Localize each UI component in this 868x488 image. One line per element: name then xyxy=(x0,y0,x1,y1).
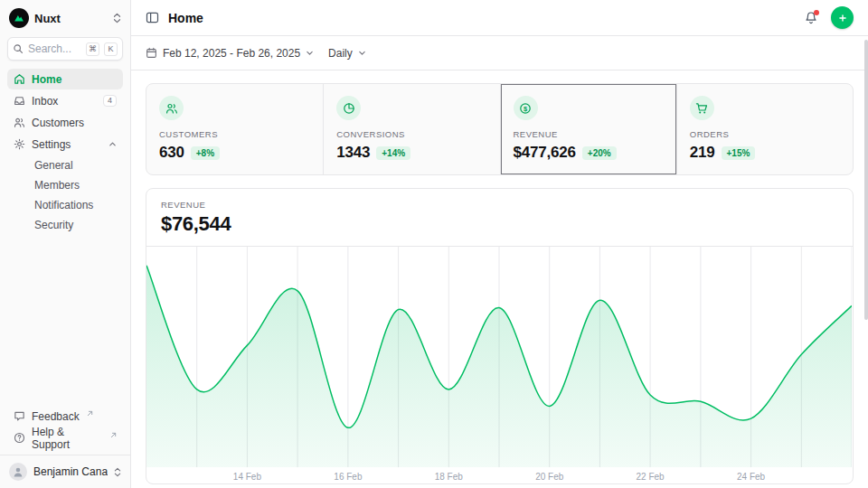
sidebar-item-help-support[interactable]: Help & Support xyxy=(7,427,123,448)
app-window: Nuxt Search... ⌘ K Home xyxy=(0,0,868,488)
stat-delta-badge: +20% xyxy=(582,146,617,160)
date-range-label: Feb 12, 2025 - Feb 26, 2025 xyxy=(163,47,300,60)
sidebar-item-label: Feedback xyxy=(32,410,80,423)
stat-card-customers[interactable]: CUSTOMERS 630 +8% xyxy=(146,84,323,174)
sidebar: Nuxt Search... ⌘ K Home xyxy=(0,0,131,488)
svg-text:16 Feb: 16 Feb xyxy=(334,472,363,482)
notifications-button[interactable] xyxy=(804,11,818,25)
sidebar-item-home[interactable]: Home xyxy=(7,69,123,89)
sidebar-item-general[interactable]: General xyxy=(7,155,123,174)
plus-icon xyxy=(837,13,848,23)
search-input[interactable]: Search... ⌘ K xyxy=(7,37,123,61)
users-icon xyxy=(14,117,25,128)
sidebar-item-customers[interactable]: Customers xyxy=(7,112,123,133)
sub-item-label: Notifications xyxy=(34,199,93,211)
stat-card-orders[interactable]: ORDERS 219 +15% xyxy=(676,84,853,174)
chevron-up-icon xyxy=(108,140,117,148)
svg-text:22 Feb: 22 Feb xyxy=(637,472,665,482)
collapse-sidebar-button[interactable] xyxy=(146,11,159,24)
scrollbar[interactable] xyxy=(863,0,868,488)
stat-label: CUSTOMERS xyxy=(159,129,310,139)
external-link-icon xyxy=(87,410,93,417)
sidebar-footer: Feedback Help & Support xyxy=(0,402,130,450)
user-name: Benjamin Canac xyxy=(33,465,108,478)
scrollbar-thumb[interactable] xyxy=(864,40,868,320)
sidebar-item-label: Inbox xyxy=(32,95,58,108)
chevron-down-icon xyxy=(306,49,314,57)
page-content: CUSTOMERS 630 +8% CONVERSIONS 1343 +14% xyxy=(131,70,868,484)
interval-label: Daily xyxy=(328,47,353,60)
svg-text:$: $ xyxy=(524,104,528,112)
team-name: Nuxt xyxy=(34,12,108,25)
filters-toolbar: Feb 12, 2025 - Feb 26, 2025 Daily xyxy=(131,36,868,70)
chevron-down-icon xyxy=(358,49,366,57)
kbd-k: K xyxy=(104,42,118,56)
sidebar-item-feedback[interactable]: Feedback xyxy=(7,406,123,427)
user-menu[interactable]: Benjamin Canac xyxy=(0,455,130,488)
kbd-meta: ⌘ xyxy=(86,42,99,56)
stat-label: CONVERSIONS xyxy=(336,129,486,139)
sidebar-item-label: Customers xyxy=(32,117,84,129)
team-switcher[interactable]: Nuxt xyxy=(0,0,130,33)
sidebar-item-label: Settings xyxy=(32,138,71,151)
chevron-up-down-icon xyxy=(113,13,121,23)
sidebar-item-label: Home xyxy=(32,73,61,86)
sidebar-item-notifications[interactable]: Notifications xyxy=(7,195,123,214)
chart-metric-value: $76,544 xyxy=(161,212,838,236)
stat-label: REVENUE xyxy=(514,129,664,139)
search-icon xyxy=(13,43,24,54)
stat-value: 630 xyxy=(159,144,184,162)
interval-select[interactable]: Daily xyxy=(328,47,366,60)
stat-label: ORDERS xyxy=(690,129,840,139)
gear-icon xyxy=(14,138,25,150)
stat-delta-badge: +8% xyxy=(191,146,220,160)
revenue-area-chart[interactable]: 14 Feb16 Feb18 Feb20 Feb22 Feb24 Feb xyxy=(146,247,852,483)
sub-item-label: Members xyxy=(34,179,80,192)
stat-value: $477,626 xyxy=(514,144,576,162)
stats-row: CUSTOMERS 630 +8% CONVERSIONS 1343 +14% xyxy=(146,83,854,175)
stat-card-conversions[interactable]: CONVERSIONS 1343 +14% xyxy=(323,84,499,174)
cart-icon xyxy=(690,96,714,120)
chart-header: REVENUE $76,544 xyxy=(146,189,853,247)
revenue-chart-card: REVENUE $76,544 14 Feb16 Feb18 Feb20 Feb… xyxy=(146,188,854,484)
stat-delta-badge: +15% xyxy=(722,146,756,160)
inbox-count-badge: 4 xyxy=(103,95,117,108)
stat-card-revenue[interactable]: $ REVENUE $477,626 +20% xyxy=(500,84,676,174)
sidebar-item-inbox[interactable]: Inbox 4 xyxy=(7,90,123,111)
nuxt-logo xyxy=(9,8,29,28)
page-title: Home xyxy=(168,11,203,25)
sidebar-item-members[interactable]: Members xyxy=(7,175,123,194)
svg-text:24 Feb: 24 Feb xyxy=(737,472,766,482)
stat-value: 1343 xyxy=(336,144,370,162)
external-link-icon xyxy=(110,432,117,438)
sidebar-item-settings[interactable]: Settings xyxy=(7,134,123,155)
sidebar-item-label: Help & Support xyxy=(32,426,103,451)
chart-pie-icon xyxy=(336,96,361,120)
help-icon xyxy=(14,432,25,444)
svg-text:20 Feb: 20 Feb xyxy=(535,472,564,482)
add-button[interactable] xyxy=(831,6,854,29)
dollar-circle-icon: $ xyxy=(514,96,538,120)
main-panel: Home Feb 12, 2025 - Feb 26, 2025 xyxy=(131,0,868,488)
notification-dot xyxy=(814,10,819,15)
chevron-up-down-icon xyxy=(114,467,121,477)
sidebar-item-security[interactable]: Security xyxy=(7,215,123,234)
svg-text:14 Feb: 14 Feb xyxy=(233,472,262,482)
inbox-icon xyxy=(14,95,25,107)
topbar: Home xyxy=(131,0,868,36)
calendar-icon xyxy=(146,47,157,59)
sidebar-nav: Home Inbox 4 Customers Settings xyxy=(0,69,130,234)
sub-item-label: General xyxy=(34,159,73,172)
sub-item-label: Security xyxy=(34,219,73,231)
search-placeholder: Search... xyxy=(28,42,81,55)
date-range-picker[interactable]: Feb 12, 2025 - Feb 26, 2025 xyxy=(146,47,314,60)
stat-value: 219 xyxy=(690,144,715,162)
users-icon xyxy=(159,96,184,120)
home-icon xyxy=(14,73,25,85)
svg-text:18 Feb: 18 Feb xyxy=(435,472,464,482)
chart-metric-label: REVENUE xyxy=(161,200,838,210)
stat-delta-badge: +14% xyxy=(376,146,410,160)
avatar xyxy=(9,463,27,481)
message-icon xyxy=(14,410,25,422)
